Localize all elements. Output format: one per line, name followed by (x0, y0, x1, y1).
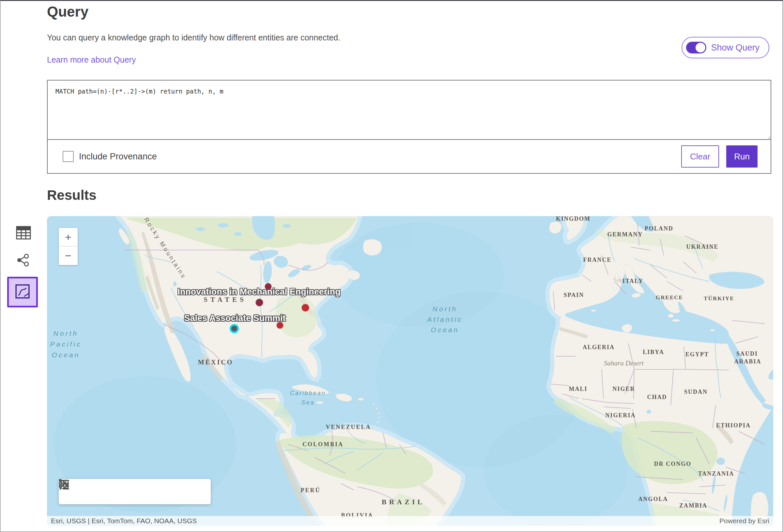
map-entity-label[interactable]: Innovations in Mechanical Engineering (178, 287, 341, 297)
map-country-label: ANGOLA (638, 496, 668, 502)
results-title: Results (47, 188, 97, 203)
map-country-label: NIGERIA (605, 412, 635, 419)
map-toolbar (59, 479, 211, 504)
map-country-label: POLAND (645, 225, 674, 232)
map-country-label: LIBYA (643, 349, 664, 355)
query-footer: Include Provenance Clear Run (48, 140, 771, 173)
map-point[interactable] (302, 304, 309, 311)
map-country-label: VENEZUELA (325, 424, 371, 430)
zoom-control: + − (59, 228, 77, 265)
map-country-label: PERÚ (301, 487, 321, 494)
include-provenance-checkbox[interactable] (63, 151, 74, 162)
map-country-label: SAUDI (737, 351, 758, 357)
map-view-button[interactable] (7, 277, 38, 307)
map-country-label: GREECE (656, 294, 683, 301)
map-country-label: GERMANY (607, 231, 643, 238)
powered-by-esri: Powered by Esri (719, 517, 769, 525)
toggle-knob (695, 43, 706, 53)
map-country-label: SUDAN (684, 389, 708, 395)
zoom-in-button[interactable]: + (59, 228, 77, 246)
learn-more-link[interactable]: Learn more about Query (47, 55, 136, 65)
query-page: Query You can query a knowledge graph to… (0, 0, 783, 532)
map-country-label: FRANCE (583, 257, 612, 263)
toggle-switch-on[interactable] (686, 42, 706, 54)
pointer-icon[interactable] (98, 485, 112, 499)
map-view[interactable]: STATESMÉXICOVENEZUELACOLOMBIAPERÚBRAZILB… (47, 216, 773, 526)
select-features-icon[interactable] (128, 485, 142, 499)
link-chart-icon (16, 263, 31, 268)
map-country-label: MALI (569, 386, 588, 392)
map-country-label: UKRAINE (686, 243, 718, 250)
show-query-toggle[interactable]: Show Query (682, 37, 769, 58)
zoom-out-button[interactable]: − (59, 246, 77, 265)
map-country-label: STATES (203, 296, 246, 303)
map-country-label: KINGDOM (556, 216, 591, 222)
map-attribution: Esri, USGS | Esri, TomTom, FAO, NOAA, US… (47, 516, 773, 526)
run-button[interactable]: Run (726, 145, 757, 168)
map-country-label: ITALY (623, 278, 644, 284)
map-physical-label: Sahara Desert (604, 359, 644, 367)
query-panel: MATCH path=(n)-[r*..2]->(m) return path,… (47, 80, 771, 174)
map-country-label: CHAD (647, 394, 667, 400)
attribution-sources: Esri, USGS | Esri, TomTom, FAO, NOAA, US… (51, 517, 197, 525)
map-entity-label[interactable]: Sales Associate Summit (184, 313, 285, 323)
map-ocean-label: NorthPacificOcean (50, 330, 82, 359)
map-point[interactable] (256, 299, 263, 306)
table-view-button[interactable] (15, 225, 32, 241)
map-country-label: COLOMBIA (303, 441, 344, 447)
map-country-label: MÉXICO (198, 359, 233, 366)
show-query-label: Show Query (711, 43, 759, 53)
map-country-label: NIGER (613, 386, 635, 392)
map-point-selected[interactable] (230, 324, 239, 333)
clear-button[interactable]: Clear (681, 145, 719, 168)
query-input[interactable]: MATCH path=(n)-[r*..2]->(m) return path,… (48, 80, 771, 140)
include-provenance-label: Include Provenance (79, 152, 157, 162)
map-country-label: SPAIN (564, 292, 584, 298)
map-country-label: DR CONGO (654, 461, 692, 467)
map-country-label: ETHIOPIA (716, 422, 751, 429)
map-icon (15, 284, 30, 300)
page-title: Query (47, 4, 88, 20)
page-description: You can query a knowledge graph to ident… (47, 33, 340, 42)
map-country-label: TANZANIA (698, 470, 734, 477)
map-country-label: ARABIA (734, 358, 761, 365)
select-polygon-icon[interactable] (158, 485, 172, 499)
map-country-label: BRAZIL (382, 498, 425, 506)
map-country-label: TÜRKIYE (704, 295, 734, 302)
more-tools-icon[interactable] (188, 485, 202, 499)
map-country-label: EGYPT (685, 351, 709, 358)
map-country-label: ZAMBIA (679, 502, 707, 509)
link-chart-view-button[interactable] (15, 252, 32, 269)
table-icon (16, 236, 31, 240)
map-country-label: ALGERIA (583, 344, 615, 351)
